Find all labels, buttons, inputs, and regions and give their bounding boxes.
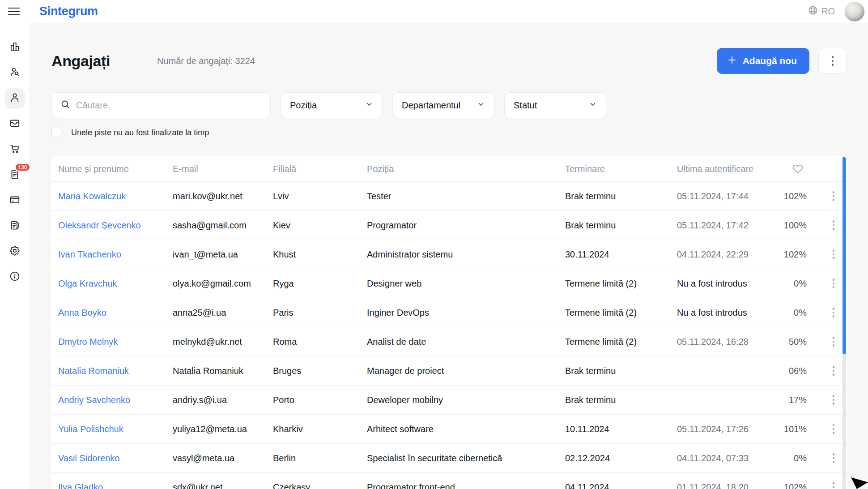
employee-percent: 0% bbox=[780, 279, 820, 289]
row-menu-button[interactable] bbox=[830, 189, 838, 204]
employee-name-link[interactable]: Anna Boyko bbox=[58, 308, 106, 317]
status-filter[interactable]: Statut bbox=[504, 92, 606, 118]
employee-position: Programator front-end bbox=[367, 482, 565, 489]
favorites-heart-icon[interactable] bbox=[780, 163, 820, 174]
sidebar-item-info[interactable] bbox=[4, 267, 25, 287]
row-menu-button[interactable] bbox=[830, 392, 838, 408]
sidebar-item-settings[interactable] bbox=[4, 241, 25, 262]
row-menu-button[interactable] bbox=[830, 334, 838, 349]
employee-last-login: 05.11.2024, 17:42 bbox=[677, 220, 780, 231]
row-menu-button[interactable] bbox=[830, 450, 838, 466]
row-menu-button[interactable] bbox=[830, 276, 838, 291]
employee-last-login: 01.11.2024, 18:20 bbox=[677, 482, 780, 489]
app-logo[interactable]: Sintegrum bbox=[39, 4, 98, 18]
table-header: Nume și prenume E-mail Filială Poziția T… bbox=[51, 156, 847, 182]
main-content: Angajați Număr de angajați: 3224 Adaugă … bbox=[29, 23, 868, 489]
col-position: Poziția bbox=[367, 164, 565, 174]
employee-name-link[interactable]: Yulia Polishchuk bbox=[58, 424, 123, 434]
row-menu-button[interactable] bbox=[830, 421, 838, 437]
scrollbar-thumb[interactable] bbox=[842, 156, 846, 354]
employee-email: melnykd@ukr.net bbox=[173, 337, 273, 347]
sidebar-item-news[interactable] bbox=[4, 216, 25, 236]
sidebar-item-analytics[interactable] bbox=[4, 37, 25, 58]
row-menu-button[interactable] bbox=[830, 218, 838, 233]
employee-termination: Brak terminu bbox=[565, 220, 677, 231]
employee-name-link[interactable]: Dmytro Melnyk bbox=[58, 337, 118, 347]
employee-percent: 0% bbox=[780, 453, 820, 463]
row-menu-button[interactable] bbox=[830, 305, 838, 320]
employee-name-link[interactable]: Ilya Gladko bbox=[58, 482, 103, 489]
employee-position: Arhitect software bbox=[367, 424, 565, 434]
language-code: RO bbox=[821, 6, 835, 17]
employee-branch: Czerkasy bbox=[273, 482, 367, 489]
more-options-button[interactable] bbox=[818, 48, 847, 74]
row-menu-button[interactable] bbox=[830, 247, 838, 262]
employee-email: anna25@i.ua bbox=[173, 308, 273, 318]
employee-email: andriy.s@i.ua bbox=[173, 395, 273, 405]
employee-last-login: 04.11.2024, 07:33 bbox=[677, 453, 780, 463]
sidebar-item-inbox[interactable] bbox=[4, 114, 25, 134]
employee-name-link[interactable]: Oleksandr Șevcenko bbox=[58, 220, 141, 230]
employee-position: Analist de date bbox=[367, 337, 565, 347]
hamburger-menu-icon[interactable] bbox=[4, 3, 24, 21]
employee-name-link[interactable]: Andriy Savchenko bbox=[58, 395, 130, 405]
employee-position: Tester bbox=[367, 191, 565, 202]
employee-percent: 06% bbox=[780, 366, 820, 376]
table-row: Andriy Savchenko andriy.s@i.ua Porto Dew… bbox=[51, 386, 847, 415]
table-row: Maria Kowalczuk mari.kov@ukr.net Lviv Te… bbox=[51, 182, 847, 211]
position-filter[interactable]: Poziția bbox=[281, 92, 383, 118]
employee-percent: 17% bbox=[780, 395, 820, 405]
sidebar-item-orders[interactable]: 130 bbox=[4, 165, 25, 185]
employee-last-login: Nu a fost introdus bbox=[677, 279, 780, 289]
employee-percent: 0% bbox=[780, 308, 820, 318]
employee-termination: Termene limită (2) bbox=[565, 279, 677, 289]
employee-branch: Lviv bbox=[273, 191, 367, 202]
employee-percent: 101% bbox=[780, 424, 820, 434]
department-filter[interactable]: Departamentul bbox=[392, 92, 494, 118]
employee-percent: 102% bbox=[780, 482, 820, 489]
row-menu-button[interactable] bbox=[830, 363, 838, 378]
add-new-button[interactable]: Adaugă nou bbox=[717, 48, 809, 74]
user-search-icon bbox=[9, 66, 21, 80]
employee-name-link[interactable]: Maria Kowalczuk bbox=[58, 191, 126, 201]
employee-percent: 102% bbox=[780, 191, 820, 202]
search-input[interactable] bbox=[76, 100, 262, 111]
credit-card-icon bbox=[9, 194, 21, 207]
overdue-checkbox[interactable] bbox=[51, 128, 61, 137]
col-email: E-mail bbox=[173, 164, 273, 174]
info-icon bbox=[9, 270, 21, 284]
table-row: Ilya Gladko sdx@ukr.net Czerkasy Program… bbox=[51, 473, 847, 489]
gear-icon bbox=[9, 245, 21, 258]
employee-termination: Brak terminu bbox=[565, 366, 677, 376]
col-last-login: Ultima autentificare bbox=[677, 164, 780, 174]
sidebar-item-cart[interactable] bbox=[4, 139, 25, 160]
employee-last-login: 05.11.2024, 17:44 bbox=[677, 191, 780, 202]
employee-email: yuliya12@meta.ua bbox=[173, 424, 273, 434]
employee-position: Programator bbox=[367, 220, 565, 231]
language-switcher[interactable]: RO bbox=[808, 5, 835, 18]
plus-icon bbox=[727, 55, 737, 68]
sidebar-item-employees[interactable] bbox=[4, 88, 25, 109]
employee-termination: Brak terminu bbox=[565, 395, 677, 405]
avatar[interactable] bbox=[845, 2, 864, 21]
row-menu-button[interactable] bbox=[830, 480, 838, 489]
employee-last-login: 04.11.2024, 22:29 bbox=[677, 249, 780, 260]
sidebar-item-candidate-search[interactable] bbox=[4, 63, 25, 83]
employees-table: Nume și prenume E-mail Filială Poziția T… bbox=[51, 156, 847, 489]
employee-termination: Termene limită (2) bbox=[565, 337, 677, 347]
employee-name-link[interactable]: Vasil Sidorenko bbox=[58, 453, 119, 463]
table-row: Anna Boyko anna25@i.ua Paris Inginer Dev… bbox=[51, 298, 847, 327]
col-branch: Filială bbox=[273, 164, 367, 174]
employee-count: Număr de angajați: 3224 bbox=[157, 56, 255, 66]
employee-name-link[interactable]: Ivan Tkachenko bbox=[58, 249, 121, 259]
employee-termination: Termene limită (2) bbox=[565, 308, 677, 318]
table-row: Dmytro Melnyk melnykd@ukr.net Roma Anali… bbox=[51, 327, 847, 356]
sidebar-item-payments[interactable] bbox=[4, 190, 25, 211]
page-title: Angajați bbox=[51, 52, 110, 70]
employee-name-link[interactable]: Olga Kravchuk bbox=[58, 279, 117, 288]
employee-name-link[interactable]: Natalia Romaniuk bbox=[58, 366, 129, 376]
employee-branch: Khust bbox=[273, 249, 367, 260]
table-body: Maria Kowalczuk mari.kov@ukr.net Lviv Te… bbox=[51, 182, 847, 489]
table-row: Ivan Tkachenko ivan_t@meta.ua Khust Admi… bbox=[51, 240, 847, 269]
table-row: Natalia Romaniuk Natalia Romaniuk Bruges… bbox=[51, 356, 847, 386]
